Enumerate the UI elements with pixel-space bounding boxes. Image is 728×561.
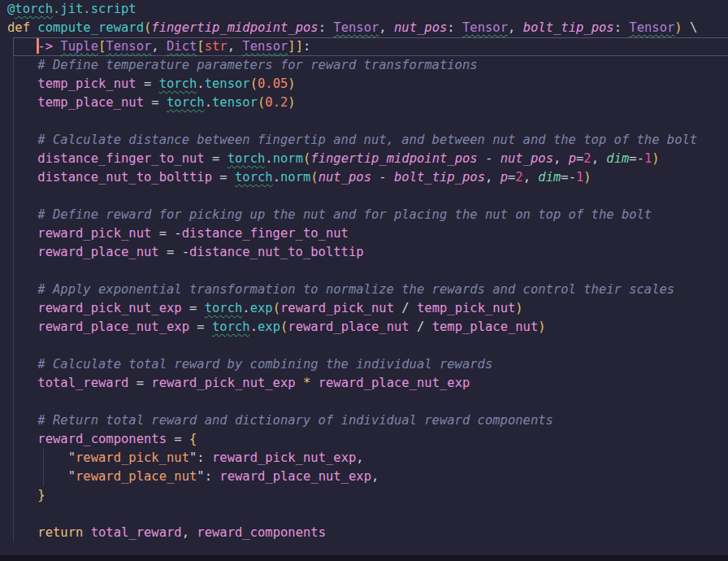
token-pun <box>7 133 37 147</box>
token-fn: .jit.script <box>53 2 136 16</box>
token-brk: [ <box>197 39 204 54</box>
code-line-20[interactable]: # Calculate total reward by combining th… <box>7 355 728 374</box>
token-var: reward_pick_nut <box>37 226 151 241</box>
token-pun: = <box>205 151 228 166</box>
token-typ: Tensor <box>462 20 508 35</box>
token-var: temp_place_nut <box>37 95 144 110</box>
code-line-28[interactable] <box>7 505 728 524</box>
token-pun: " <box>68 469 76 484</box>
code-line-24[interactable]: reward_components = { <box>7 430 728 449</box>
token-pun <box>7 450 68 465</box>
token-brk: ( <box>280 320 288 334</box>
code-line-22[interactable] <box>7 393 728 411</box>
code-line-18[interactable]: reward_place_nut_exp = torch.exp(reward_… <box>7 318 728 337</box>
token-var: reward_place_nut_exp <box>37 320 189 334</box>
code-line-2[interactable]: def compute_reward(fingertip_midpoint_po… <box>7 19 728 37</box>
token-num2: 2 <box>583 151 591 166</box>
token-pun: , <box>523 170 539 185</box>
token-num2: 2 <box>515 170 522 185</box>
token-fn: exp <box>258 320 280 334</box>
code-line-1[interactable]: @torch.jit.script <box>7 0 728 19</box>
token-brk: [ <box>98 39 106 54</box>
code-line-23[interactable]: # Return total reward and dictionary of … <box>7 411 728 430</box>
code-line-8[interactable]: # Calculate distance between fingertip a… <box>7 131 728 150</box>
token-pun: , <box>182 525 197 540</box>
token-var: distance_finger_to_nut <box>182 226 349 241</box>
code-line-14[interactable]: reward_place_nut = -distance_nut_to_bolt… <box>7 243 728 262</box>
code-line-7[interactable] <box>7 112 728 131</box>
code-line-4[interactable]: # Define temperature parameters for rewa… <box>7 56 728 75</box>
token-brk: ( <box>144 20 151 35</box>
token-var: reward_place_nut <box>37 245 158 259</box>
code-editor[interactable]: @torch.jit.scriptdef compute_reward(fing… <box>0 0 728 561</box>
token-pun: = - <box>151 226 181 241</box>
token-pun: = <box>136 76 159 91</box>
code-line-17[interactable]: reward_pick_nut_exp = torch.exp(reward_p… <box>7 299 728 318</box>
token-var: reward_pick_nut_exp <box>37 301 181 315</box>
token-pun: " <box>68 450 76 465</box>
code-line-10[interactable]: distance_nut_to_bolttip = torch.norm(nut… <box>7 168 728 187</box>
token-brk: ) <box>515 301 522 315</box>
token-fn: exp <box>250 301 273 315</box>
token-brk: ) <box>583 170 591 185</box>
token-prm: bolt_tip_pos <box>394 170 485 185</box>
code-line-9[interactable]: distance_finger_to_nut = torch.norm(fing… <box>7 150 728 168</box>
token-pun: = <box>576 151 583 166</box>
token-pun: = <box>144 95 167 110</box>
token-pun: " <box>197 469 204 484</box>
token-pun: =- <box>561 170 576 185</box>
token-brk: ) <box>538 320 545 334</box>
token-brk: ]] <box>288 39 303 54</box>
token-var: reward_place_nut <box>288 320 409 334</box>
token-fn: norm <box>273 151 303 166</box>
code-area[interactable]: @torch.jit.scriptdef compute_reward(fing… <box>7 0 728 561</box>
token-prm: nut_pos <box>318 170 371 185</box>
token-pun: =- <box>629 151 644 166</box>
token-pun <box>7 301 37 315</box>
code-line-16[interactable]: # Apply exponential transformation to no… <box>7 280 728 299</box>
token-pun <box>7 170 37 185</box>
token-var: reward_pick_nut_exp <box>151 376 295 390</box>
token-typ: Tensor <box>333 20 379 35</box>
token-brk: ) <box>288 95 295 110</box>
token-pun: , <box>379 20 394 35</box>
code-line-25[interactable]: "reward_pick_nut": reward_pick_nut_exp, <box>7 449 728 468</box>
code-line-6[interactable]: temp_place_nut = torch.tensor(0.2) <box>7 94 728 112</box>
token-com: # Define temperature parameters for rewa… <box>37 58 477 72</box>
token-grn: dim <box>538 170 561 185</box>
token-var: reward_pick_nut <box>280 301 394 315</box>
token-brk: { <box>189 432 197 446</box>
token-pun: = <box>182 301 205 315</box>
code-line-13[interactable]: reward_pick_nut = -distance_finger_to_nu… <box>7 224 728 243</box>
token-com: # Calculate distance between fingertip a… <box>37 133 697 147</box>
token-pun: / <box>410 320 432 334</box>
token-brk: ( <box>273 301 280 315</box>
token-typ: Tensor <box>242 39 288 54</box>
token-pun: . <box>265 151 272 166</box>
token-pun: , <box>356 450 363 465</box>
token-prm: nut_pos <box>394 20 447 35</box>
token-prm: fingertip_midpoint_pos <box>310 151 477 166</box>
token-fn: torch <box>235 170 273 185</box>
token-com: # Define reward for picking up the nut a… <box>37 207 652 222</box>
code-line-27[interactable]: } <box>7 486 728 505</box>
code-line-3[interactable]: -> Tuple[Tensor, Dict[str, Tensor]]: <box>7 37 728 56</box>
token-num2: 1 <box>576 170 583 185</box>
code-line-21[interactable]: total_reward = reward_pick_nut_exp * rew… <box>7 374 728 393</box>
token-pun: . <box>205 95 212 110</box>
code-line-19[interactable] <box>7 337 728 355</box>
token-str: reward_pick_nut <box>76 450 189 465</box>
token-pun: = <box>167 432 189 446</box>
token-brk: ) <box>652 151 659 166</box>
code-line-12[interactable]: # Define reward for picking up the nut a… <box>7 206 728 224</box>
token-num2: 1 <box>644 151 652 166</box>
token-pun <box>7 525 37 540</box>
code-line-15[interactable] <box>7 262 728 280</box>
code-line-11[interactable] <box>7 187 728 206</box>
code-line-29[interactable]: return total_reward, reward_components <box>7 524 728 542</box>
code-line-26[interactable]: "reward_place_nut": reward_place_nut_exp… <box>7 468 728 486</box>
code-line-5[interactable]: temp_pick_nut = torch.tensor(0.05) <box>7 75 728 94</box>
token-brk: ( <box>250 76 258 91</box>
token-pun: : <box>197 450 212 465</box>
token-num: 0.05 <box>258 76 288 91</box>
